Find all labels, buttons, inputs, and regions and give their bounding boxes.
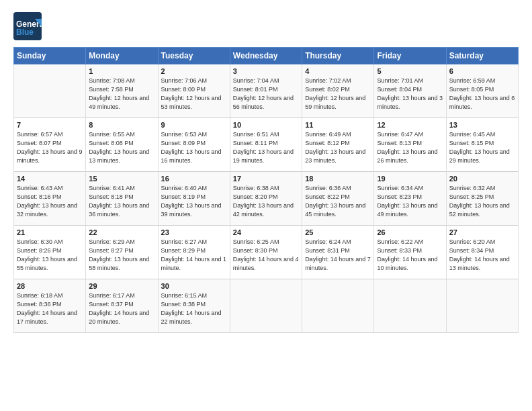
calendar-cell: 28Sunrise: 6:18 AMSunset: 8:36 PMDayligh…: [14, 279, 86, 333]
calendar-cell: 16Sunrise: 6:40 AMSunset: 8:19 PMDayligh…: [158, 172, 230, 226]
day-number: 13: [449, 121, 515, 129]
cell-info: Sunrise: 6:53 AMSunset: 8:09 PMDaylight:…: [161, 131, 222, 164]
day-header-monday: Monday: [86, 48, 158, 64]
day-number: 20: [449, 175, 515, 183]
calendar-cell: 17Sunrise: 6:38 AMSunset: 8:20 PMDayligh…: [230, 172, 302, 226]
cell-info: Sunrise: 6:29 AMSunset: 8:27 PMDaylight:…: [89, 238, 149, 271]
cell-info: Sunrise: 7:04 AMSunset: 8:01 PMDaylight:…: [233, 77, 294, 110]
calendar-cell: [302, 279, 374, 333]
calendar-cell: 3Sunrise: 7:04 AMSunset: 8:01 PMDaylight…: [230, 64, 302, 118]
day-number: 30: [161, 282, 227, 290]
day-number: 8: [89, 121, 154, 129]
calendar-header: SundayMondayTuesdayWednesdayThursdayFrid…: [14, 48, 519, 64]
week-row-3: 14Sunrise: 6:43 AMSunset: 8:16 PMDayligh…: [14, 172, 519, 226]
day-number: 17: [233, 175, 299, 183]
day-number: 9: [161, 121, 227, 129]
day-header-thursday: Thursday: [302, 48, 374, 64]
day-header-sunday: Sunday: [14, 48, 86, 64]
calendar-cell: [14, 64, 86, 118]
cell-info: Sunrise: 6:57 AMSunset: 8:07 PMDaylight:…: [17, 131, 83, 164]
cell-info: Sunrise: 6:47 AMSunset: 8:13 PMDaylight:…: [377, 131, 437, 164]
calendar-cell: [230, 279, 302, 333]
calendar-cell: 6Sunrise: 6:59 AMSunset: 8:05 PMDaylight…: [446, 64, 518, 118]
day-number: 4: [305, 67, 371, 75]
day-number: 15: [89, 175, 154, 183]
cell-info: Sunrise: 7:06 AMSunset: 8:00 PMDaylight:…: [161, 77, 222, 110]
day-number: 10: [233, 121, 299, 129]
page: General Blue SundayMondayTuesdayWednesda…: [0, 0, 532, 411]
calendar-cell: 23Sunrise: 6:27 AMSunset: 8:29 PMDayligh…: [158, 226, 230, 279]
calendar-cell: 13Sunrise: 6:45 AMSunset: 8:15 PMDayligh…: [446, 118, 518, 172]
calendar-cell: 19Sunrise: 6:34 AMSunset: 8:23 PMDayligh…: [374, 172, 446, 226]
cell-info: Sunrise: 7:08 AMSunset: 7:58 PMDaylight:…: [89, 77, 149, 110]
calendar-cell: 11Sunrise: 6:49 AMSunset: 8:12 PMDayligh…: [302, 118, 374, 172]
cell-info: Sunrise: 6:30 AMSunset: 8:26 PMDaylight:…: [17, 238, 77, 271]
calendar-cell: 2Sunrise: 7:06 AMSunset: 8:00 PMDaylight…: [158, 64, 230, 118]
day-number: 27: [449, 228, 515, 236]
header: General Blue: [13, 12, 519, 40]
cell-info: Sunrise: 6:20 AMSunset: 8:34 PMDaylight:…: [449, 238, 510, 271]
calendar-cell: 22Sunrise: 6:29 AMSunset: 8:27 PMDayligh…: [86, 226, 158, 279]
calendar-cell: 26Sunrise: 6:22 AMSunset: 8:33 PMDayligh…: [374, 226, 446, 279]
svg-text:Blue: Blue: [16, 28, 34, 37]
calendar-cell: 24Sunrise: 6:25 AMSunset: 8:30 PMDayligh…: [230, 226, 302, 279]
day-number: 26: [377, 228, 443, 236]
calendar-cell: 5Sunrise: 7:01 AMSunset: 8:04 PMDaylight…: [374, 64, 446, 118]
day-header-friday: Friday: [374, 48, 446, 64]
week-row-1: 1Sunrise: 7:08 AMSunset: 7:58 PMDaylight…: [14, 64, 519, 118]
day-number: 24: [233, 228, 299, 236]
day-number: 21: [17, 228, 83, 236]
day-number: 28: [17, 282, 83, 290]
cell-info: Sunrise: 6:43 AMSunset: 8:16 PMDaylight:…: [17, 185, 77, 218]
cell-info: Sunrise: 6:49 AMSunset: 8:12 PMDaylight:…: [305, 131, 365, 164]
cell-info: Sunrise: 6:24 AMSunset: 8:31 PMDaylight:…: [305, 238, 371, 271]
day-number: 22: [89, 228, 154, 236]
day-number: 5: [377, 67, 443, 75]
cell-info: Sunrise: 6:27 AMSunset: 8:29 PMDaylight:…: [161, 238, 227, 271]
day-number: 18: [305, 175, 371, 183]
calendar-cell: 8Sunrise: 6:55 AMSunset: 8:08 PMDaylight…: [86, 118, 158, 172]
day-number: 23: [161, 228, 227, 236]
calendar-cell: 15Sunrise: 6:41 AMSunset: 8:18 PMDayligh…: [86, 172, 158, 226]
calendar-cell: [374, 279, 446, 333]
day-header-tuesday: Tuesday: [158, 48, 230, 64]
cell-info: Sunrise: 6:25 AMSunset: 8:30 PMDaylight:…: [233, 238, 299, 271]
calendar-cell: 4Sunrise: 7:02 AMSunset: 8:02 PMDaylight…: [302, 64, 374, 118]
calendar-cell: 7Sunrise: 6:57 AMSunset: 8:07 PMDaylight…: [14, 118, 86, 172]
cell-info: Sunrise: 6:34 AMSunset: 8:23 PMDaylight:…: [377, 185, 437, 218]
cell-info: Sunrise: 7:01 AMSunset: 8:04 PMDaylight:…: [377, 77, 443, 110]
day-number: 25: [305, 228, 371, 236]
calendar-cell: 9Sunrise: 6:53 AMSunset: 8:09 PMDaylight…: [158, 118, 230, 172]
day-number: 19: [377, 175, 443, 183]
calendar-cell: 30Sunrise: 6:15 AMSunset: 8:38 PMDayligh…: [158, 279, 230, 333]
day-number: 6: [449, 67, 515, 75]
cell-info: Sunrise: 6:15 AMSunset: 8:38 PMDaylight:…: [161, 292, 222, 325]
day-number: 29: [89, 282, 154, 290]
day-number: 3: [233, 67, 299, 75]
calendar-cell: 29Sunrise: 6:17 AMSunset: 8:37 PMDayligh…: [86, 279, 158, 333]
day-header-wednesday: Wednesday: [230, 48, 302, 64]
cell-info: Sunrise: 6:40 AMSunset: 8:19 PMDaylight:…: [161, 185, 222, 218]
calendar-cell: 27Sunrise: 6:20 AMSunset: 8:34 PMDayligh…: [446, 226, 518, 279]
day-number: 14: [17, 175, 83, 183]
day-number: 7: [17, 121, 83, 129]
day-header-saturday: Saturday: [446, 48, 518, 64]
cell-info: Sunrise: 6:59 AMSunset: 8:05 PMDaylight:…: [449, 77, 515, 110]
calendar-body: 1Sunrise: 7:08 AMSunset: 7:58 PMDaylight…: [14, 64, 519, 333]
cell-info: Sunrise: 6:17 AMSunset: 8:37 PMDaylight:…: [89, 292, 149, 325]
cell-info: Sunrise: 6:45 AMSunset: 8:15 PMDaylight:…: [449, 131, 510, 164]
calendar-table: SundayMondayTuesdayWednesdayThursdayFrid…: [13, 47, 519, 333]
calendar-cell: 20Sunrise: 6:32 AMSunset: 8:25 PMDayligh…: [446, 172, 518, 226]
week-row-2: 7Sunrise: 6:57 AMSunset: 8:07 PMDaylight…: [14, 118, 519, 172]
calendar-cell: 14Sunrise: 6:43 AMSunset: 8:16 PMDayligh…: [14, 172, 86, 226]
calendar-cell: 18Sunrise: 6:36 AMSunset: 8:22 PMDayligh…: [302, 172, 374, 226]
calendar-cell: 12Sunrise: 6:47 AMSunset: 8:13 PMDayligh…: [374, 118, 446, 172]
calendar-cell: [446, 279, 518, 333]
calendar-cell: 1Sunrise: 7:08 AMSunset: 7:58 PMDaylight…: [86, 64, 158, 118]
week-row-5: 28Sunrise: 6:18 AMSunset: 8:36 PMDayligh…: [14, 279, 519, 333]
day-number: 12: [377, 121, 443, 129]
logo: General Blue: [13, 12, 42, 40]
cell-info: Sunrise: 6:38 AMSunset: 8:20 PMDaylight:…: [233, 185, 294, 218]
cell-info: Sunrise: 6:36 AMSunset: 8:22 PMDaylight:…: [305, 185, 365, 218]
cell-info: Sunrise: 6:18 AMSunset: 8:36 PMDaylight:…: [17, 292, 77, 325]
